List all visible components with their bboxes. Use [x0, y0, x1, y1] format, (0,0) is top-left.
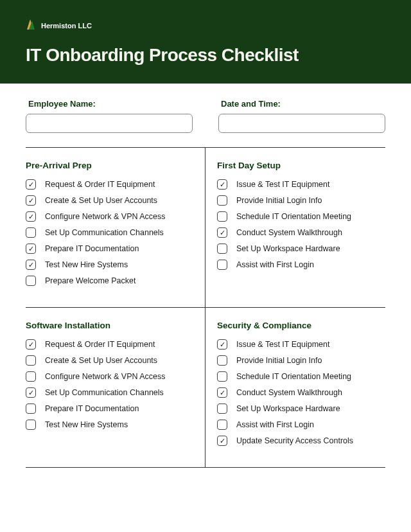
date-time-input[interactable] — [218, 114, 385, 133]
checklist-section: Security & Compliance✓Issue & Test IT Eq… — [206, 308, 385, 467]
checkbox[interactable] — [26, 355, 36, 366]
checkbox[interactable] — [26, 276, 36, 286]
checklist-item-label: Update Security Access Controls — [236, 436, 353, 445]
checklist-item: Set Up Communication Channels — [26, 227, 196, 238]
checklist-item: ✓Test New Hire Systems — [26, 260, 196, 270]
checkbox[interactable] — [26, 227, 36, 238]
checklist-item-label: Set Up Communication Channels — [45, 228, 164, 237]
checklist-item: Schedule IT Orientation Meeting — [217, 211, 380, 222]
content-area: Employee Name: Date and Time: Pre-Arriva… — [0, 84, 411, 467]
checklist-item-label: Request & Order IT Equipment — [45, 340, 155, 349]
checklist-item: Provide Initial Login Info — [217, 195, 380, 206]
checklist-item: Assist with First Login — [217, 260, 380, 270]
date-time-group: Date and Time: — [218, 99, 385, 133]
brand: Hermiston LLC — [26, 18, 385, 33]
checkbox[interactable] — [26, 371, 36, 382]
checklist-item: ✓Prepare IT Documentation — [26, 244, 196, 254]
checkbox[interactable] — [217, 403, 227, 414]
checklist-item: Prepare Welcome Packet — [26, 276, 196, 286]
checklist-item-label: Set Up Communication Channels — [45, 388, 164, 397]
checkbox[interactable] — [26, 420, 36, 430]
page-title: IT Onboarding Process Checklist — [26, 45, 385, 66]
checklist-item: Assist with First Login — [217, 420, 380, 430]
section-title: Pre-Arrival Prep — [26, 161, 196, 170]
checklist-item-label: Issue & Test IT Equipment — [236, 180, 329, 189]
checklist-item: Set Up Workspace Hardware — [217, 403, 380, 414]
checklist-item-label: Prepare IT Documentation — [45, 244, 139, 253]
checklist-item: ✓Update Security Access Controls — [217, 436, 380, 446]
checklist-item-label: Test New Hire Systems — [45, 420, 128, 429]
checklist-item-label: Conduct System Walkthrough — [236, 388, 342, 397]
section-title: First Day Setup — [217, 161, 380, 170]
checklist-item: ✓Configure Network & VPN Access — [26, 211, 196, 222]
checkbox[interactable]: ✓ — [26, 339, 36, 350]
brand-name: Hermiston LLC — [41, 22, 92, 30]
checklist-item-label: Prepare IT Documentation — [45, 404, 139, 413]
checkbox[interactable] — [217, 260, 227, 270]
checkbox[interactable] — [217, 371, 227, 382]
checkbox[interactable]: ✓ — [217, 339, 227, 350]
checklist-grid: Pre-Arrival Prep✓Request & Order IT Equi… — [26, 147, 385, 467]
checklist-item: ✓Set Up Communication Channels — [26, 387, 196, 398]
checklist-item: Set Up Workspace Hardware — [217, 244, 380, 254]
date-time-label: Date and Time: — [221, 99, 385, 109]
section-title: Security & Compliance — [217, 321, 380, 330]
checkbox[interactable] — [217, 420, 227, 430]
checklist-item: Schedule IT Orientation Meeting — [217, 371, 380, 382]
checkbox[interactable]: ✓ — [217, 227, 227, 238]
checklist-item-label: Configure Network & VPN Access — [45, 212, 166, 221]
checkbox[interactable] — [26, 403, 36, 414]
checklist-item: ✓Create & Set Up User Accounts — [26, 195, 196, 206]
header: Hermiston LLC IT Onboarding Process Chec… — [0, 0, 411, 84]
checklist-item: Test New Hire Systems — [26, 420, 196, 430]
checklist-item: ✓Conduct System Walkthrough — [217, 387, 380, 398]
checklist-item-label: Conduct System Walkthrough — [236, 228, 342, 237]
employee-name-label: Employee Name: — [28, 99, 193, 109]
checkbox[interactable] — [217, 355, 227, 366]
checklist-item: ✓Conduct System Walkthrough — [217, 227, 380, 238]
checkbox[interactable] — [217, 244, 227, 254]
employee-name-input[interactable] — [26, 114, 193, 133]
checklist-item-label: Configure Network & VPN Access — [45, 372, 166, 381]
checkbox[interactable]: ✓ — [26, 244, 36, 254]
checklist-item-label: Provide Initial Login Info — [236, 196, 322, 205]
checklist-item-label: Create & Set Up User Accounts — [45, 356, 157, 365]
form-fields: Employee Name: Date and Time: — [26, 99, 385, 133]
checklist-section: Pre-Arrival Prep✓Request & Order IT Equi… — [26, 148, 206, 307]
checklist-item: Provide Initial Login Info — [217, 355, 380, 366]
brand-logo-icon — [26, 18, 36, 33]
checkbox[interactable]: ✓ — [26, 211, 36, 222]
checkbox[interactable]: ✓ — [26, 387, 36, 398]
checkbox[interactable]: ✓ — [217, 436, 227, 446]
section-title: Software Installation — [26, 321, 196, 330]
checklist-section: First Day Setup✓Issue & Test IT Equipmen… — [206, 148, 385, 307]
checklist-item: Configure Network & VPN Access — [26, 371, 196, 382]
checkbox[interactable]: ✓ — [26, 179, 36, 190]
bottom-rule — [26, 467, 385, 468]
checklist-item: ✓Issue & Test IT Equipment — [217, 179, 380, 190]
checkbox[interactable]: ✓ — [217, 179, 227, 190]
checklist-item-label: Schedule IT Orientation Meeting — [236, 372, 351, 381]
checklist-item-label: Set Up Workspace Hardware — [236, 404, 340, 413]
checkbox[interactable]: ✓ — [26, 195, 36, 206]
checklist-item-label: Create & Set Up User Accounts — [45, 196, 157, 205]
checklist-item-label: Set Up Workspace Hardware — [236, 244, 340, 253]
checklist-item: ✓Request & Order IT Equipment — [26, 179, 196, 190]
checklist-item-label: Assist with First Login — [236, 420, 314, 429]
checklist-item: Create & Set Up User Accounts — [26, 355, 196, 366]
checklist-item-label: Assist with First Login — [236, 260, 314, 269]
checklist-item: ✓Issue & Test IT Equipment — [217, 339, 380, 350]
checklist-section: Software Installation✓Request & Order IT… — [26, 308, 206, 467]
checkbox[interactable]: ✓ — [217, 387, 227, 398]
checkbox[interactable] — [217, 211, 227, 222]
checklist-item: Prepare IT Documentation — [26, 403, 196, 414]
checklist-item: ✓Request & Order IT Equipment — [26, 339, 196, 350]
checklist-item-label: Schedule IT Orientation Meeting — [236, 212, 351, 221]
checklist-item-label: Test New Hire Systems — [45, 260, 128, 269]
checklist-item-label: Prepare Welcome Packet — [45, 276, 136, 285]
checkbox[interactable] — [217, 195, 227, 206]
employee-name-group: Employee Name: — [26, 99, 193, 133]
checkbox[interactable]: ✓ — [26, 260, 36, 270]
checklist-item-label: Issue & Test IT Equipment — [236, 340, 329, 349]
checklist-item-label: Provide Initial Login Info — [236, 356, 322, 365]
